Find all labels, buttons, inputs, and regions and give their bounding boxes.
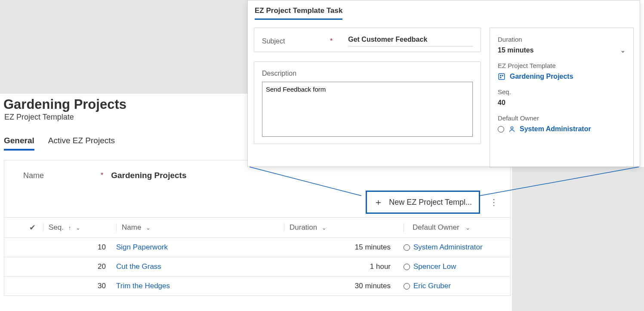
cell-seq: 10 (43, 243, 116, 252)
cell-duration: 15 minutes (284, 243, 396, 252)
svg-rect-1 (500, 75, 501, 76)
table-row[interactable]: 20 Cut the Grass 1 hour Spencer Low (4, 257, 510, 276)
header-placeholder (0, 0, 247, 94)
chevron-down-icon[interactable]: ⌄ (322, 225, 327, 231)
plus-icon: ＋ (374, 196, 383, 208)
new-template-task-button[interactable]: ＋ New EZ Project Templ... (366, 191, 480, 214)
cell-name-link[interactable]: Cut the Grass (116, 262, 161, 271)
task-form-popout: EZ Project Template Task Subject * Get C… (247, 0, 640, 167)
tab-bar: General Active EZ Projects (4, 136, 115, 151)
table-row[interactable]: 10 Sign Paperwork 15 minutes System Admi… (4, 237, 510, 257)
chevron-down-icon[interactable]: ⌄ (76, 225, 80, 231)
template-icon (498, 73, 505, 80)
general-panel: Name * Gardening Projects ＋ New EZ Proje… (4, 160, 511, 296)
table-row[interactable]: 30 Trim the Hedges 30 minutes Eric Grube… (4, 276, 510, 296)
template-label: EZ Project Template (498, 62, 626, 69)
page-title: Gardening Projects (3, 97, 126, 112)
name-field-value[interactable]: Gardening Projects (111, 171, 186, 180)
new-button-label: New EZ Project Templ... (389, 198, 472, 207)
seq-value[interactable]: 40 (498, 99, 626, 107)
name-field-label: Name (23, 171, 101, 180)
subject-card: Subject * Get Customer Feedback (254, 28, 481, 52)
template-lookup[interactable]: Gardening Projects (498, 73, 626, 80)
required-marker: * (101, 172, 103, 179)
page-subtitle: EZ Project Template (4, 113, 74, 122)
seq-label: Seq. (498, 88, 626, 95)
cell-seq: 20 (43, 262, 116, 271)
duration-label: Duration (498, 36, 626, 43)
svg-rect-3 (500, 77, 501, 78)
cell-owner-link[interactable]: Eric Gruber (413, 282, 451, 290)
col-duration-label[interactable]: Duration (290, 223, 317, 231)
subject-label: Subject (262, 37, 322, 45)
description-card: Description (254, 62, 481, 144)
subgrid-toolbar: ＋ New EZ Project Templ... ⋮ (4, 191, 510, 217)
description-input[interactable] (262, 82, 473, 137)
more-commands-icon[interactable]: ⋮ (486, 195, 502, 209)
chevron-down-icon[interactable]: ⌄ (146, 225, 151, 231)
grid-header-row: ✔ Seq. ↑ ⌄ Name ⌄ Duration ⌄ Default Own… (4, 217, 510, 237)
status-circle-icon (404, 244, 410, 251)
cell-duration: 1 hour (284, 262, 396, 271)
cell-owner-link[interactable]: Spencer Low (413, 262, 456, 271)
col-name-label[interactable]: Name (122, 223, 141, 231)
col-owner-label[interactable]: Default Owner (413, 223, 459, 232)
popout-tab[interactable]: EZ Project Template Task (255, 6, 342, 20)
status-circle-icon (498, 126, 504, 132)
owner-label: Default Owner (498, 114, 626, 122)
owner-lookup[interactable]: System Administrator (498, 125, 626, 133)
svg-point-4 (511, 127, 513, 129)
tab-general[interactable]: General (4, 136, 34, 151)
cell-owner-link[interactable]: System Administrator (413, 243, 483, 252)
cell-duration: 30 minutes (284, 282, 396, 290)
svg-rect-2 (502, 75, 503, 76)
chevron-down-icon: ⌄ (620, 47, 626, 54)
status-circle-icon (404, 283, 410, 289)
subject-value[interactable]: Get Customer Feedback (348, 36, 427, 43)
tab-active-projects[interactable]: Active EZ Projects (48, 136, 115, 151)
sort-asc-icon: ↑ (68, 225, 71, 231)
chevron-down-icon[interactable]: ⌄ (465, 225, 470, 231)
select-all-icon[interactable]: ✔ (29, 223, 36, 232)
side-panel: Duration 15 minutes ⌄ EZ Project Templat… (490, 28, 634, 168)
description-label: Description (262, 70, 473, 77)
cell-seq: 30 (43, 282, 116, 290)
cell-name-link[interactable]: Sign Paperwork (116, 243, 168, 251)
svg-rect-0 (499, 74, 505, 80)
col-seq-label[interactable]: Seq. (49, 223, 64, 231)
right-placeholder (512, 167, 644, 311)
required-marker: * (330, 37, 333, 45)
person-icon (508, 126, 515, 132)
status-circle-icon (404, 264, 410, 270)
duration-select[interactable]: 15 minutes ⌄ (498, 46, 626, 54)
cell-name-link[interactable]: Trim the Hedges (116, 282, 170, 290)
